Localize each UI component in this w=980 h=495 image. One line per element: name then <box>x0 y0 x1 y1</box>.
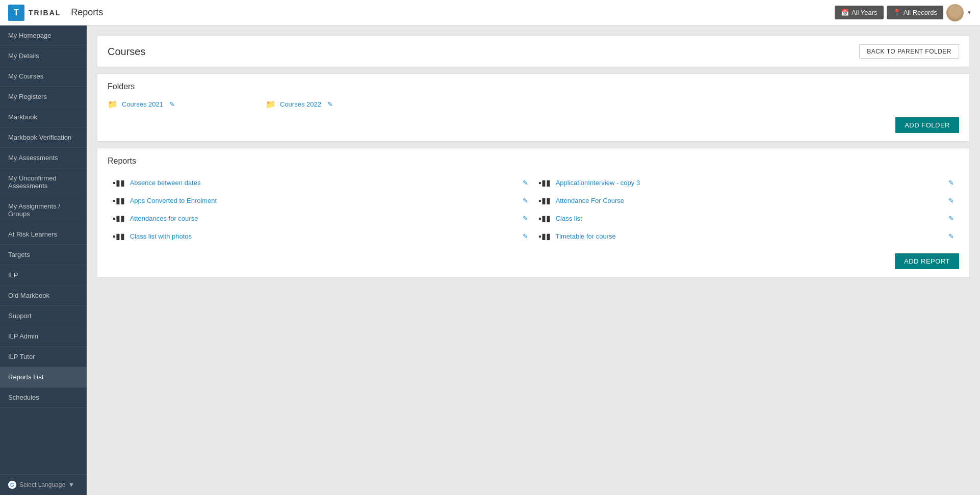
sidebar-item-schedules[interactable]: Schedules <box>0 387 87 408</box>
select-language-label[interactable]: Select Language <box>19 481 65 488</box>
reports-grid: ▪▮▮ Absence between dates ✎ ▪▮▮ Apps Con… <box>108 174 959 245</box>
bar-chart-icon: ▪▮▮ <box>113 214 125 223</box>
folder-item-courses-2021: 📁 Courses 2021 ✎ <box>108 99 261 109</box>
edit-icon-courses-2022[interactable]: ✎ <box>327 100 333 108</box>
bar-chart-icon: ▪▮▮ <box>113 178 125 188</box>
report-link-attendances-for-course[interactable]: Attendances for course <box>130 215 198 222</box>
main-content: Courses BACK TO PARENT FOLDER Folders 📁 … <box>87 25 980 495</box>
report-link-attendance-for-course[interactable]: Attendance For Course <box>556 197 624 204</box>
sidebar-item-ilp-admin[interactable]: ILP Admin <box>0 326 87 347</box>
sidebar-item-markbook[interactable]: Markbook <box>0 107 87 127</box>
edit-icon-class-list-with-photos[interactable]: ✎ <box>523 232 528 240</box>
folder-icon: 📁 <box>266 99 276 109</box>
report-link-timetable-for-course[interactable]: Timetable for course <box>556 232 616 240</box>
bar-chart-icon: ▪▮▮ <box>113 231 125 241</box>
add-folder-button[interactable]: ADD FOLDER <box>895 117 959 133</box>
back-to-parent-folder-button[interactable]: BACK TO PARENT FOLDER <box>859 44 959 59</box>
sidebar-bottom: G Select Language ▼ <box>0 474 87 495</box>
edit-icon-applicationinterview-copy3[interactable]: ✎ <box>948 179 954 187</box>
edit-icon-absence-between-dates[interactable]: ✎ <box>523 179 528 187</box>
edit-icon-class-list[interactable]: ✎ <box>948 215 954 222</box>
all-records-label: All Records <box>904 9 937 16</box>
report-item-absence-between-dates: ▪▮▮ Absence between dates ✎ <box>108 174 533 192</box>
logo-letter: T <box>14 8 19 17</box>
edit-icon-attendance-for-course[interactable]: ✎ <box>948 197 954 204</box>
edit-icon-timetable-for-course[interactable]: ✎ <box>948 232 954 240</box>
folders-section-title: Folders <box>108 82 959 91</box>
logo-text: TRIBAL <box>29 9 61 17</box>
edit-icon-attendances-for-course[interactable]: ✎ <box>523 215 528 222</box>
report-item-class-list: ▪▮▮ Class list ✎ <box>533 210 959 227</box>
bar-chart-icon: ▪▮▮ <box>538 196 551 205</box>
sidebar-item-my-registers[interactable]: My Registers <box>0 87 87 107</box>
sidebar-item-support[interactable]: Support <box>0 306 87 326</box>
bar-chart-icon: ▪▮▮ <box>538 178 551 188</box>
layout: My Homepage My Details My Courses My Reg… <box>0 25 980 495</box>
sidebar-item-my-homepage[interactable]: My Homepage <box>0 25 87 46</box>
all-years-label: All Years <box>852 9 878 16</box>
sidebar-item-at-risk-learners[interactable]: At Risk Learners <box>0 224 87 245</box>
calendar-icon: 📅 <box>841 9 849 16</box>
report-link-apps-converted-to-enrolment[interactable]: Apps Converted to Enrolment <box>130 197 217 204</box>
bar-chart-icon: ▪▮▮ <box>538 231 551 241</box>
add-report-button[interactable]: ADD REPORT <box>895 253 959 269</box>
topbar-actions: 📅 All Years 📍 All Records ▼ <box>835 4 972 21</box>
sidebar-item-my-details[interactable]: My Details <box>0 46 87 66</box>
all-records-button[interactable]: 📍 All Records <box>887 6 943 19</box>
sidebar-item-ilp[interactable]: ILP <box>0 265 87 285</box>
reports-section: Reports ▪▮▮ Absence between dates ✎ ▪▮▮ … <box>97 148 970 278</box>
report-link-class-list-with-photos[interactable]: Class list with photos <box>130 232 192 240</box>
sidebar-item-my-courses[interactable]: My Courses <box>0 66 87 87</box>
avatar-image <box>946 4 964 21</box>
topbar: T TRIBAL Reports 📅 All Years 📍 All Recor… <box>0 0 980 25</box>
location-icon: 📍 <box>893 9 901 16</box>
add-folder-row: ADD FOLDER <box>108 117 959 133</box>
sidebar-item-my-unconfirmed-assessments[interactable]: My Unconfirmed Assessments <box>0 168 87 196</box>
sidebar-item-old-markbook[interactable]: Old Markbook <box>0 285 87 306</box>
report-item-apps-converted-to-enrolment: ▪▮▮ Apps Converted to Enrolment ✎ <box>108 192 533 210</box>
report-link-applicationinterview-copy3[interactable]: ApplicationInterview - copy 3 <box>556 179 640 187</box>
report-item-attendances-for-course: ▪▮▮ Attendances for course ✎ <box>108 210 533 227</box>
report-link-absence-between-dates[interactable]: Absence between dates <box>130 179 201 187</box>
select-language-chevron[interactable]: ▼ <box>68 481 74 488</box>
avatar[interactable] <box>946 4 964 21</box>
bar-chart-icon: ▪▮▮ <box>538 214 551 223</box>
logo: T TRIBAL <box>8 5 61 21</box>
report-item-applicationinterview-copy3: ▪▮▮ ApplicationInterview - copy 3 ✎ <box>533 174 959 192</box>
folder-icon: 📁 <box>108 99 118 109</box>
folder-link-courses-2022[interactable]: Courses 2022 <box>280 100 321 108</box>
folders-grid: 📁 Courses 2021 ✎ 📁 Courses 2022 ✎ <box>108 99 959 109</box>
report-item-class-list-with-photos: ▪▮▮ Class list with photos ✎ <box>108 227 533 245</box>
google-logo: G <box>8 481 16 489</box>
sidebar-item-ilp-tutor[interactable]: ILP Tutor <box>0 347 87 367</box>
folder-link-courses-2021[interactable]: Courses 2021 <box>122 100 163 108</box>
report-link-class-list[interactable]: Class list <box>556 215 582 222</box>
page-title: Reports <box>71 7 835 18</box>
sidebar: My Homepage My Details My Courses My Reg… <box>0 25 87 495</box>
page-header: Courses BACK TO PARENT FOLDER <box>97 36 970 67</box>
add-report-row: ADD REPORT <box>108 253 959 269</box>
sidebar-item-targets[interactable]: Targets <box>0 245 87 265</box>
sidebar-item-my-assessments[interactable]: My Assessments <box>0 148 87 168</box>
reports-right-column: ▪▮▮ ApplicationInterview - copy 3 ✎ ▪▮▮ … <box>533 174 959 245</box>
edit-icon-courses-2021[interactable]: ✎ <box>169 100 175 108</box>
sidebar-item-markbook-verification[interactable]: Markbook Verification <box>0 127 87 148</box>
all-years-button[interactable]: 📅 All Years <box>835 6 884 19</box>
folders-section: Folders 📁 Courses 2021 ✎ 📁 Courses 2022 … <box>97 73 970 142</box>
reports-section-title: Reports <box>108 157 959 166</box>
sidebar-item-my-assignments-groups[interactable]: My Assignments / Groups <box>0 196 87 224</box>
edit-icon-apps-converted-to-enrolment[interactable]: ✎ <box>523 197 528 204</box>
logo-box: T <box>8 5 24 21</box>
sidebar-item-reports-list[interactable]: Reports List <box>0 367 87 387</box>
report-item-attendance-for-course: ▪▮▮ Attendance For Course ✎ <box>533 192 959 210</box>
bar-chart-icon: ▪▮▮ <box>113 196 125 205</box>
folder-item-courses-2022: 📁 Courses 2022 ✎ <box>266 99 419 109</box>
reports-left-column: ▪▮▮ Absence between dates ✎ ▪▮▮ Apps Con… <box>108 174 533 245</box>
courses-title: Courses <box>108 46 145 58</box>
chevron-down-icon[interactable]: ▼ <box>967 10 972 15</box>
report-item-timetable-for-course: ▪▮▮ Timetable for course ✎ <box>533 227 959 245</box>
